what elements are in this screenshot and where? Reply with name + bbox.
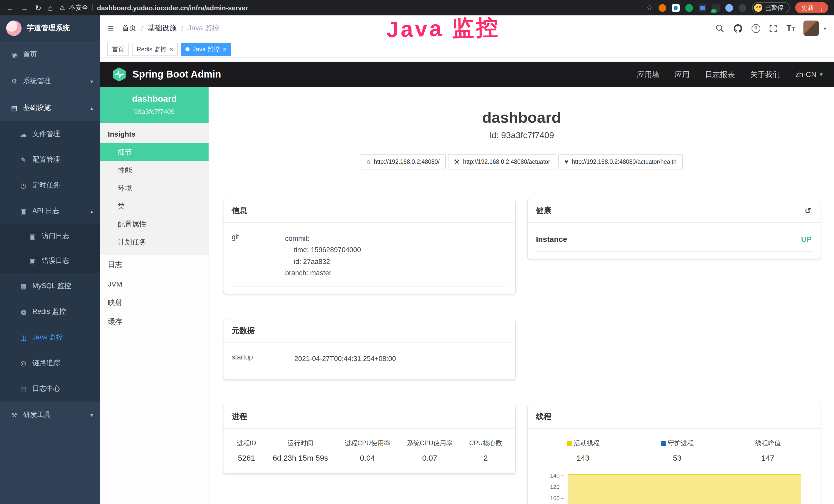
sidebar-item-dev-tools[interactable]: ⚒ 研发工具 ▾ <box>0 402 100 428</box>
document-icon: ▣ <box>29 257 37 265</box>
sba-navbar: Spring Boot Admin 应用墙 应用 日志报表 关于我们 zh-CN… <box>100 62 834 87</box>
sba-logo-icon <box>111 67 127 82</box>
user-avatar[interactable] <box>804 21 819 36</box>
gear-icon: ⚙ <box>10 77 18 85</box>
sidebar-item-config-mgmt[interactable]: ✎ 配置管理 <box>0 147 100 173</box>
info-card-body: git commit: time: 1596289704000 id: 27aa… <box>223 223 515 294</box>
sba-item-mappings[interactable]: 映射 <box>100 293 208 312</box>
bookmark-star-icon[interactable]: ☆ <box>646 4 653 12</box>
git-id-line: id: 27aa832 <box>285 256 507 268</box>
sidebar-item-mysql-monitor[interactable]: ▦ MySQL 监控 <box>0 273 100 299</box>
sba-menu-journal[interactable]: 日志报表 <box>705 70 735 79</box>
paused-badge[interactable]: 已暂停 <box>752 2 789 13</box>
metadata-card-header: 元数据 <box>223 319 515 343</box>
tab-redis-monitor[interactable]: Redis 监控 × <box>132 43 178 56</box>
info-row-value: commit: time: 1596289704000 id: 27aa832 … <box>285 233 507 279</box>
chevron-up-icon: ▴ <box>90 105 93 111</box>
sba-menu-wallboard[interactable]: 应用墙 <box>637 70 659 79</box>
app-logo[interactable]: 芋道管理系统 <box>0 16 100 41</box>
extension-icon[interactable] <box>658 4 666 12</box>
sba-item-beans[interactable]: 类 <box>100 197 208 215</box>
health-url-button[interactable]: ♥ http://192.168.0.2:48080/actuator/heal… <box>558 154 683 169</box>
home-icon[interactable]: ⌂ <box>48 4 53 12</box>
live-threads-area <box>568 474 802 504</box>
close-icon[interactable]: × <box>223 46 226 52</box>
instance-header[interactable]: dashboard 93a3fc7f7409 <box>100 87 208 123</box>
health-row[interactable]: Instance UP <box>536 227 812 252</box>
extension-icon[interactable] <box>672 4 679 12</box>
sba-item-jvm[interactable]: JVM <box>100 274 208 293</box>
sba-item-caches[interactable]: 缓存 <box>100 312 208 331</box>
extension-icon[interactable] <box>685 4 693 12</box>
sba-item-config-props[interactable]: 配置属性 <box>100 215 208 233</box>
extension-icon[interactable] <box>725 4 733 12</box>
sidebar-item-tracing[interactable]: ◎ 链路追踪 <box>0 350 100 376</box>
process-col-cpu: 进程CPU使用率 0.04 <box>345 439 390 462</box>
help-icon[interactable]: ? <box>751 24 760 32</box>
kebab-menu-icon[interactable]: ⋮ <box>818 4 825 12</box>
sba-item-scheduled-tasks[interactable]: 计划任务 <box>100 233 208 251</box>
history-icon[interactable]: ↺ <box>805 206 811 216</box>
sidebar-item-system-mgmt[interactable]: ⚙ 系统管理 ▾ <box>0 68 100 94</box>
sidebar-item-home[interactable]: ◉ 首页 <box>0 41 100 68</box>
tab-java-monitor[interactable]: Java 监控 × <box>181 43 231 56</box>
sba-item-performance[interactable]: 性能 <box>100 161 208 179</box>
hamburger-icon[interactable]: ≡ <box>108 23 114 33</box>
instance-links: ⌂ http://192.168.0.2:48080/ ⚒ http://192… <box>223 154 820 169</box>
insights-label: Insights <box>100 123 208 143</box>
sidebar-item-log-center[interactable]: ▤ 日志中心 <box>0 376 100 402</box>
search-icon[interactable] <box>716 24 724 32</box>
legend-swatch-blue <box>661 441 666 446</box>
document-icon: ▣ <box>20 207 27 215</box>
github-icon[interactable] <box>733 23 743 33</box>
wrench-icon: ⚒ <box>454 158 460 165</box>
breadcrumb: 首页 / 基础设施 / Java 监控 <box>122 24 219 33</box>
font-size-icon[interactable]: TT <box>787 24 795 32</box>
sidebar-item-error-logs[interactable]: ▣ 错误日志 <box>0 249 100 273</box>
sba-menu-applications[interactable]: 应用 <box>675 70 690 79</box>
sidebar-item-redis-monitor[interactable]: ▩ Redis 监控 <box>0 299 100 324</box>
sba-menu-about[interactable]: 关于我们 <box>750 70 780 79</box>
chevron-down-icon: ▾ <box>820 71 823 78</box>
process-col-pid: 进程ID 5261 <box>237 439 256 462</box>
sba-item-environment[interactable]: 环境 <box>100 179 208 197</box>
info-row-label: git <box>232 233 285 279</box>
service-url-button[interactable]: ⌂ http://192.168.0.2:48080/ <box>360 154 446 169</box>
extension-icon[interactable]: on <box>712 4 720 12</box>
actuator-url-button[interactable]: ⚒ http://192.168.0.2:48080/actuator <box>448 154 556 169</box>
extension-icon[interactable] <box>698 4 706 12</box>
sidebar-item-scheduled-jobs[interactable]: ◷ 定时任务 <box>0 173 100 198</box>
sidebar-item-file-mgmt[interactable]: ☁ 文件管理 <box>0 121 100 147</box>
sidebar-item-access-logs[interactable]: ▣ 访问日志 <box>0 224 100 249</box>
sidebar-item-label: MySQL 监控 <box>32 281 71 291</box>
url-text[interactable]: dashboard.yudao.iocoder.cn/infra/admin-s… <box>97 4 248 12</box>
reload-icon[interactable]: ↻ <box>35 4 41 12</box>
font-size-small-glyph: T <box>791 27 795 32</box>
sidebar-item-api-logs[interactable]: ▣ API 日志 ▴ <box>0 198 100 224</box>
update-label: 更新 <box>801 3 814 12</box>
chevron-up-icon: ▴ <box>90 208 93 214</box>
sidebar-item-java-monitor[interactable]: ◫ Java 监控 <box>0 324 100 350</box>
sidebar-item-infrastructure[interactable]: ▤ 基础设施 ▴ <box>0 94 100 121</box>
close-icon[interactable]: × <box>170 46 173 52</box>
back-icon[interactable]: ← <box>6 4 14 12</box>
forward-icon[interactable]: → <box>21 4 28 12</box>
locale-selector[interactable]: zh-CN ▾ <box>795 70 823 78</box>
fullscreen-icon[interactable] <box>769 24 778 32</box>
git-branch-line: branch: master <box>285 268 507 279</box>
security-label[interactable]: 不安全 <box>69 3 88 12</box>
breadcrumb-home[interactable]: 首页 <box>122 24 136 33</box>
process-col-syscpu: 系统CPU使用率 0.07 <box>407 439 453 462</box>
sba-brand[interactable]: Spring Boot Admin <box>111 67 221 82</box>
app-sidebar: 芋道管理系统 ◉ 首页 ⚙ 系统管理 ▾ ▤ 基础设施 ▴ <box>0 16 100 504</box>
avatar-caret-icon[interactable]: ▾ <box>824 25 826 31</box>
update-button[interactable]: 更新 ⋮ <box>795 2 828 13</box>
emoji-face-icon <box>754 4 762 12</box>
breadcrumb-infrastructure[interactable]: 基础设施 <box>148 24 176 33</box>
extension-icon[interactable] <box>739 4 746 12</box>
tab-home[interactable]: 首页 <box>107 43 129 56</box>
y-axis-tick: 100 <box>550 495 564 501</box>
sba-item-details[interactable]: 细节 <box>100 143 208 161</box>
address-bar[interactable]: ⚠ 不安全 dashboard.yudao.iocoder.cn/infra/a… <box>59 3 248 12</box>
sba-item-logs[interactable]: 日志 <box>100 255 208 274</box>
